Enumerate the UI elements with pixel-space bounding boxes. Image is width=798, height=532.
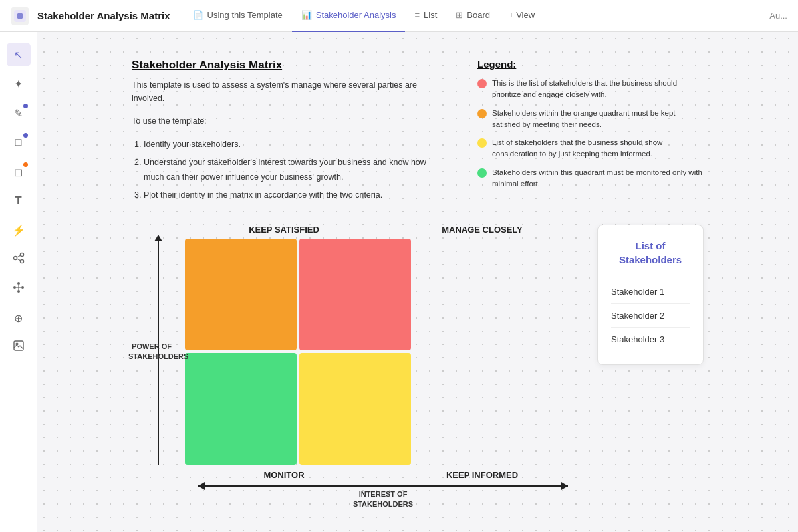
chart-icon: 📊 (301, 10, 312, 20)
label-keep-satisfied: KEEP SATISFIED (185, 225, 383, 235)
x-axis-container (185, 485, 581, 487)
rectangle-icon: □ (15, 136, 22, 148)
image-icon (13, 340, 25, 354)
pen-dot (23, 104, 28, 108)
sidebar-item-text[interactable]: T (7, 189, 31, 213)
sticky-icon: ◻ (14, 166, 23, 178)
sticky-dot (23, 162, 28, 167)
sidebar-item-cursor[interactable]: ↖ (7, 43, 31, 66)
nav-using-template[interactable]: 📄 Using this Template (184, 0, 292, 32)
steps-list: Identify your stakeholders. Understand y… (132, 137, 438, 202)
legend-title: Legend: (477, 59, 704, 70)
canvas-area[interactable]: Stakeholder Analysis Matrix This templat… (37, 32, 798, 532)
globe-icon: ⊕ (14, 312, 23, 325)
nodes-icon (13, 252, 25, 267)
magic-icon: ✦ (14, 78, 23, 90)
usage-title: To use the template: (132, 114, 438, 128)
legend-text-orange: Stakeholders within the orange quadrant … (492, 108, 704, 131)
stakeholder-item-3: Stakeholder 3 (611, 328, 690, 351)
svg-point-7 (13, 286, 16, 289)
matrix-bottom: MONITOR KEEP INFORMED INTEREST OFSTAKEHO… (185, 470, 581, 510)
rect-dot (23, 133, 28, 138)
list-icon: ≡ (414, 10, 420, 20)
matrix-bottom-labels: MONITOR KEEP INFORMED (185, 470, 581, 480)
sidebar-item-rectangle[interactable]: □ (7, 130, 31, 154)
cell-keep-satisfied (185, 239, 297, 350)
description-left: Stakeholder Analysis Matrix This templat… (132, 59, 438, 205)
svg-point-8 (21, 286, 24, 289)
cursor-icon: ↖ (14, 49, 23, 61)
svg-point-14 (16, 343, 18, 345)
app-header: Stakeholder Analysis Matrix 📄 Using this… (0, 0, 798, 32)
svg-point-1 (17, 13, 23, 19)
brush-icon: ⚡ (12, 224, 25, 237)
legend-text-red: This is the list of stakeholders that th… (492, 78, 704, 101)
intro-text: This template is used to assess a system… (132, 78, 438, 105)
y-axis: POWER OFSTAKEHOLDERS (132, 239, 185, 465)
header-nav: 📄 Using this Template 📊 Stakeholder Anal… (184, 0, 762, 32)
svg-point-2 (13, 257, 17, 260)
nav-add-view[interactable]: + View (499, 0, 544, 32)
app-logo (11, 7, 29, 25)
svg-line-6 (17, 259, 21, 261)
step-2: Understand your stakeholder's interest t… (144, 155, 438, 185)
main-layout: ↖ ✦ ✎ □ ◻ T ⚡ (0, 32, 798, 532)
sidebar-item-connect[interactable] (7, 277, 31, 301)
legend-dot-orange (477, 109, 487, 118)
legend-text-yellow: List of stakeholders that the business s… (492, 137, 704, 160)
svg-line-5 (17, 255, 21, 257)
nav-stakeholder-analysis[interactable]: 📊 Stakeholder Analysis (292, 0, 406, 32)
cell-keep-informed (299, 353, 411, 465)
label-monitor: MONITOR (185, 470, 383, 480)
svg-point-10 (17, 290, 20, 293)
cell-monitor (185, 353, 297, 465)
legend-section: Legend: This is the list of stakeholders… (477, 59, 704, 205)
sidebar-item-sticky[interactable]: ◻ (7, 160, 31, 184)
matrix-container: KEEP SATISFIED MANAGE CLOSELY POWER OFST… (132, 225, 581, 510)
matrix-grid (185, 239, 411, 465)
x-axis-label: INTEREST OFSTAKEHOLDERS (185, 489, 581, 510)
svg-rect-13 (14, 341, 23, 350)
board-icon: ⊞ (456, 10, 463, 20)
connect-icon (13, 281, 25, 296)
legend-item-green: Stakeholders within this quadrant must b… (477, 167, 704, 190)
card-title: List of Stakeholders (611, 239, 690, 267)
step-3: Plot their identity in the matrix in acc… (144, 188, 438, 203)
description-section: Stakeholder Analysis Matrix This templat… (132, 59, 704, 205)
legend-dot-green (477, 168, 487, 178)
legend-item-red: This is the list of stakeholders that th… (477, 78, 704, 101)
matrix-top-labels: KEEP SATISFIED MANAGE CLOSELY (185, 225, 581, 235)
sidebar-item-brush[interactable]: ⚡ (7, 218, 31, 242)
document-icon: 📄 (193, 10, 203, 20)
app-title: Stakeholder Analysis Matrix (37, 10, 170, 21)
content-wrapper: Stakeholder Analysis Matrix This templat… (132, 59, 704, 510)
sidebar-item-nodes[interactable] (7, 247, 31, 271)
sidebar-item-pen[interactable]: ✎ (7, 101, 31, 125)
pen-icon: ✎ (14, 107, 23, 120)
cell-manage-closely (299, 239, 411, 350)
stakeholder-card: List of Stakeholders Stakeholder 1 Stake… (597, 225, 704, 365)
stakeholder-item-2: Stakeholder 2 (611, 304, 690, 328)
label-manage-closely: MANAGE CLOSELY (383, 225, 581, 235)
nav-list[interactable]: ≡ List (405, 0, 446, 32)
legend-dot-red (477, 79, 487, 88)
svg-point-9 (17, 282, 20, 285)
x-axis-arrow (198, 485, 568, 487)
sidebar-item-magic[interactable]: ✦ (7, 72, 31, 96)
stakeholder-item-1: Stakeholder 1 (611, 280, 690, 304)
legend-dot-yellow (477, 138, 487, 148)
sidebar-item-image[interactable] (7, 335, 31, 359)
text-icon: T (15, 194, 21, 207)
y-axis-label: POWER OFSTAKEHOLDERS (128, 342, 175, 362)
svg-point-4 (20, 260, 23, 263)
nav-board[interactable]: ⊞ Board (446, 0, 499, 32)
header-user: Au... (769, 11, 787, 21)
legend-item-orange: Stakeholders within the orange quadrant … (477, 108, 704, 131)
svg-point-3 (20, 253, 23, 257)
step-1: Identify your stakeholders. (144, 137, 438, 152)
matrix-title: Stakeholder Analysis Matrix (132, 59, 438, 72)
label-keep-informed: KEEP INFORMED (383, 470, 581, 480)
matrix-section: KEEP SATISFIED MANAGE CLOSELY POWER OFST… (132, 225, 704, 510)
sidebar-item-globe[interactable]: ⊕ (7, 306, 31, 330)
legend-item-yellow: List of stakeholders that the business s… (477, 137, 704, 160)
